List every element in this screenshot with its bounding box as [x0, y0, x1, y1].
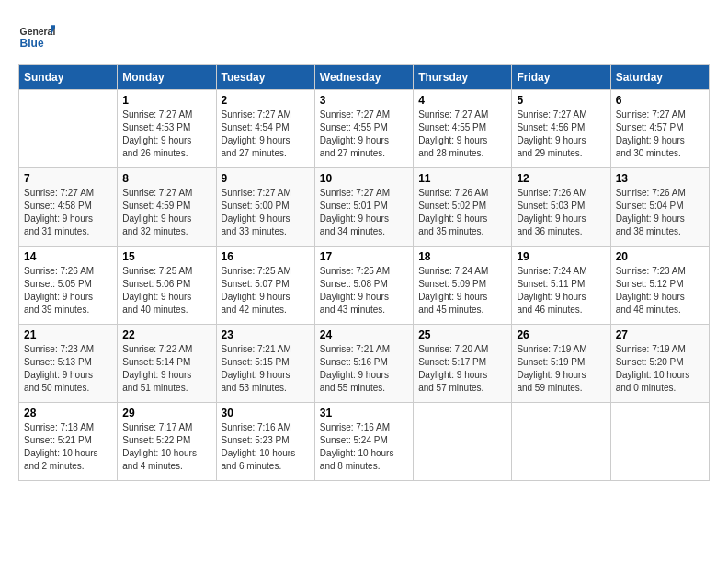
calendar-cell: 13Sunrise: 7:26 AM Sunset: 5:04 PM Dayli…	[610, 168, 709, 247]
day-info: Sunrise: 7:18 AM Sunset: 5:21 PM Dayligh…	[24, 421, 112, 473]
calendar-cell: 4Sunrise: 7:27 AM Sunset: 4:55 PM Daylig…	[414, 90, 512, 168]
day-info: Sunrise: 7:27 AM Sunset: 4:56 PM Dayligh…	[517, 109, 605, 160]
day-number: 9	[222, 172, 310, 185]
day-info: Sunrise: 7:27 AM Sunset: 4:53 PM Dayligh…	[122, 109, 210, 160]
day-number: 17	[320, 250, 408, 263]
calendar-cell: 24Sunrise: 7:21 AM Sunset: 5:16 PM Dayli…	[314, 325, 413, 403]
page-header: General Blue	[18, 18, 710, 55]
day-info: Sunrise: 7:25 AM Sunset: 5:08 PM Dayligh…	[320, 265, 408, 316]
day-number: 14	[24, 250, 112, 263]
svg-text:General: General	[20, 27, 55, 37]
day-info: Sunrise: 7:26 AM Sunset: 5:03 PM Dayligh…	[517, 187, 605, 238]
logo-svg: General Blue	[18, 18, 55, 55]
calendar-cell	[414, 403, 512, 481]
calendar-body: 1Sunrise: 7:27 AM Sunset: 4:53 PM Daylig…	[19, 90, 710, 481]
logo: General Blue	[18, 18, 55, 55]
calendar-cell: 29Sunrise: 7:17 AM Sunset: 5:22 PM Dayli…	[118, 403, 216, 481]
day-of-week-header: Monday	[118, 65, 216, 90]
day-number: 21	[24, 328, 112, 341]
day-info: Sunrise: 7:26 AM Sunset: 5:02 PM Dayligh…	[418, 187, 506, 238]
day-info: Sunrise: 7:27 AM Sunset: 4:59 PM Dayligh…	[122, 187, 210, 238]
calendar-cell: 16Sunrise: 7:25 AM Sunset: 5:07 PM Dayli…	[216, 247, 314, 325]
calendar-cell: 7Sunrise: 7:27 AM Sunset: 4:58 PM Daylig…	[19, 168, 118, 247]
day-info: Sunrise: 7:27 AM Sunset: 4:55 PM Dayligh…	[320, 109, 408, 160]
calendar-cell	[19, 90, 118, 168]
day-number: 26	[517, 328, 605, 341]
day-number: 5	[517, 94, 605, 107]
day-of-week-header: Sunday	[19, 65, 118, 90]
calendar-week-row: 28Sunrise: 7:18 AM Sunset: 5:21 PM Dayli…	[19, 403, 710, 481]
day-number: 22	[122, 328, 210, 341]
calendar-cell: 5Sunrise: 7:27 AM Sunset: 4:56 PM Daylig…	[512, 90, 610, 168]
day-number: 30	[222, 407, 310, 419]
day-number: 13	[616, 172, 704, 185]
day-of-week-header: Saturday	[610, 65, 709, 90]
calendar-cell: 19Sunrise: 7:24 AM Sunset: 5:11 PM Dayli…	[512, 247, 610, 325]
svg-text:Blue: Blue	[20, 37, 44, 50]
day-info: Sunrise: 7:25 AM Sunset: 5:07 PM Dayligh…	[222, 265, 310, 316]
calendar-cell: 25Sunrise: 7:20 AM Sunset: 5:17 PM Dayli…	[414, 325, 512, 403]
calendar-week-row: 14Sunrise: 7:26 AM Sunset: 5:05 PM Dayli…	[19, 247, 710, 325]
day-info: Sunrise: 7:23 AM Sunset: 5:13 PM Dayligh…	[24, 343, 112, 395]
day-number: 4	[418, 94, 506, 107]
calendar-cell	[512, 403, 610, 481]
day-number: 12	[517, 172, 605, 185]
day-number: 29	[122, 407, 210, 419]
day-number: 31	[320, 407, 408, 419]
logo-container: General Blue	[18, 18, 55, 55]
day-info: Sunrise: 7:16 AM Sunset: 5:24 PM Dayligh…	[320, 421, 408, 473]
day-number: 10	[320, 172, 408, 185]
day-number: 3	[320, 94, 408, 107]
calendar-cell: 3Sunrise: 7:27 AM Sunset: 4:55 PM Daylig…	[314, 90, 413, 168]
calendar-cell: 15Sunrise: 7:25 AM Sunset: 5:06 PM Dayli…	[118, 247, 216, 325]
day-number: 2	[222, 94, 310, 107]
calendar-cell: 6Sunrise: 7:27 AM Sunset: 4:57 PM Daylig…	[610, 90, 709, 168]
day-number: 6	[616, 94, 704, 107]
day-info: Sunrise: 7:27 AM Sunset: 4:55 PM Dayligh…	[418, 109, 506, 160]
day-info: Sunrise: 7:20 AM Sunset: 5:17 PM Dayligh…	[418, 343, 506, 395]
day-number: 25	[418, 328, 506, 341]
calendar-cell: 31Sunrise: 7:16 AM Sunset: 5:24 PM Dayli…	[314, 403, 413, 481]
calendar-cell: 12Sunrise: 7:26 AM Sunset: 5:03 PM Dayli…	[512, 168, 610, 247]
calendar-table: SundayMondayTuesdayWednesdayThursdayFrid…	[18, 64, 710, 481]
day-number: 1	[122, 94, 210, 107]
calendar-cell: 26Sunrise: 7:19 AM Sunset: 5:19 PM Dayli…	[512, 325, 610, 403]
day-info: Sunrise: 7:16 AM Sunset: 5:23 PM Dayligh…	[222, 421, 310, 473]
calendar-cell: 1Sunrise: 7:27 AM Sunset: 4:53 PM Daylig…	[118, 90, 216, 168]
day-info: Sunrise: 7:27 AM Sunset: 5:01 PM Dayligh…	[320, 187, 408, 238]
calendar-cell: 11Sunrise: 7:26 AM Sunset: 5:02 PM Dayli…	[414, 168, 512, 247]
calendar-cell: 27Sunrise: 7:19 AM Sunset: 5:20 PM Dayli…	[610, 325, 709, 403]
calendar-cell: 14Sunrise: 7:26 AM Sunset: 5:05 PM Dayli…	[19, 247, 118, 325]
day-info: Sunrise: 7:21 AM Sunset: 5:16 PM Dayligh…	[320, 343, 408, 395]
day-number: 23	[222, 328, 310, 341]
day-number: 18	[418, 250, 506, 263]
day-info: Sunrise: 7:17 AM Sunset: 5:22 PM Dayligh…	[122, 421, 210, 473]
day-info: Sunrise: 7:25 AM Sunset: 5:06 PM Dayligh…	[122, 265, 210, 316]
day-number: 8	[122, 172, 210, 185]
calendar-cell	[610, 403, 709, 481]
day-number: 27	[616, 328, 704, 341]
calendar-week-row: 21Sunrise: 7:23 AM Sunset: 5:13 PM Dayli…	[19, 325, 710, 403]
calendar-header-row: SundayMondayTuesdayWednesdayThursdayFrid…	[19, 65, 710, 90]
day-of-week-header: Thursday	[414, 65, 512, 90]
day-number: 7	[24, 172, 112, 185]
day-info: Sunrise: 7:27 AM Sunset: 4:57 PM Dayligh…	[616, 109, 704, 160]
calendar-cell: 30Sunrise: 7:16 AM Sunset: 5:23 PM Dayli…	[216, 403, 314, 481]
day-number: 15	[122, 250, 210, 263]
day-info: Sunrise: 7:26 AM Sunset: 5:05 PM Dayligh…	[24, 265, 112, 316]
day-number: 16	[222, 250, 310, 263]
calendar-cell: 21Sunrise: 7:23 AM Sunset: 5:13 PM Dayli…	[19, 325, 118, 403]
day-number: 19	[517, 250, 605, 263]
day-number: 20	[616, 250, 704, 263]
day-info: Sunrise: 7:21 AM Sunset: 5:15 PM Dayligh…	[222, 343, 310, 395]
day-info: Sunrise: 7:27 AM Sunset: 4:58 PM Dayligh…	[24, 187, 112, 238]
calendar-cell: 22Sunrise: 7:22 AM Sunset: 5:14 PM Dayli…	[118, 325, 216, 403]
calendar-cell: 23Sunrise: 7:21 AM Sunset: 5:15 PM Dayli…	[216, 325, 314, 403]
calendar-cell: 20Sunrise: 7:23 AM Sunset: 5:12 PM Dayli…	[610, 247, 709, 325]
day-info: Sunrise: 7:19 AM Sunset: 5:19 PM Dayligh…	[517, 343, 605, 395]
calendar-cell: 10Sunrise: 7:27 AM Sunset: 5:01 PM Dayli…	[314, 168, 413, 247]
day-info: Sunrise: 7:19 AM Sunset: 5:20 PM Dayligh…	[616, 343, 704, 395]
calendar-cell: 18Sunrise: 7:24 AM Sunset: 5:09 PM Dayli…	[414, 247, 512, 325]
day-number: 24	[320, 328, 408, 341]
calendar-cell: 17Sunrise: 7:25 AM Sunset: 5:08 PM Dayli…	[314, 247, 413, 325]
